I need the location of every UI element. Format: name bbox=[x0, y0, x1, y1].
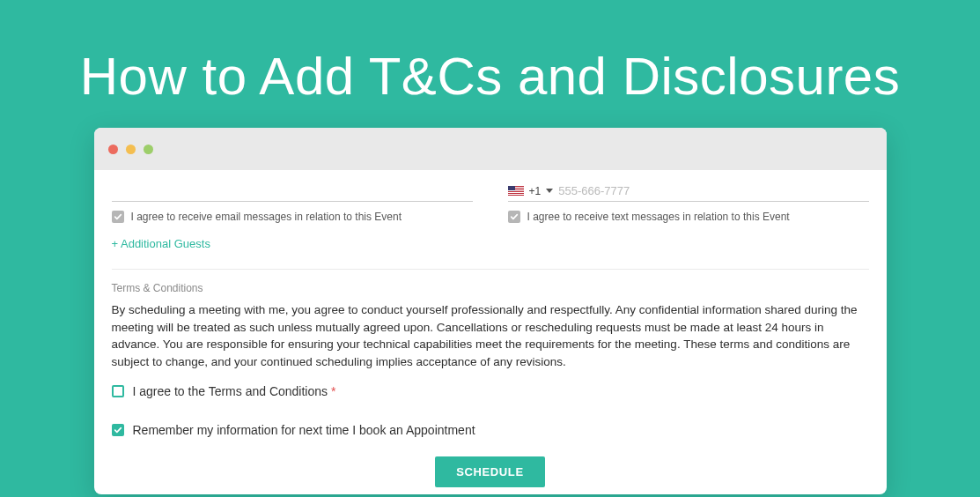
additional-guests-link[interactable]: + Additional Guests bbox=[112, 237, 210, 250]
divider bbox=[112, 269, 869, 270]
remember-label: Remember my information for next time I … bbox=[133, 423, 475, 437]
chevron-down-icon bbox=[546, 189, 553, 193]
check-icon bbox=[510, 212, 519, 221]
check-icon bbox=[114, 212, 122, 221]
remember-checkbox[interactable] bbox=[112, 424, 124, 436]
window-minimize-icon[interactable] bbox=[126, 145, 136, 154]
phone-field: +1 bbox=[508, 181, 869, 202]
check-icon bbox=[114, 426, 122, 434]
flag-us-icon bbox=[508, 186, 524, 197]
agree-terms-label: I agree to the Terms and Conditions bbox=[133, 384, 328, 398]
app-window: I agree to receive email messages in rel… bbox=[94, 128, 887, 494]
agree-terms-checkbox[interactable] bbox=[112, 385, 124, 397]
terms-body-text: By scheduling a meeting with me, you agr… bbox=[112, 301, 869, 370]
text-consent-label: I agree to receive text messages in rela… bbox=[527, 211, 790, 223]
page-title: How to Add T&Cs and Disclosures bbox=[0, 0, 980, 128]
schedule-button[interactable]: SCHEDULE bbox=[435, 456, 544, 487]
window-zoom-icon[interactable] bbox=[144, 145, 153, 154]
window-close-icon[interactable] bbox=[108, 145, 118, 154]
country-code-select[interactable]: +1 bbox=[508, 185, 554, 197]
window-titlebar bbox=[94, 128, 887, 170]
email-consent-checkbox[interactable] bbox=[112, 211, 124, 223]
phone-input[interactable] bbox=[558, 184, 868, 197]
required-marker: * bbox=[331, 384, 335, 398]
dial-code-label: +1 bbox=[529, 185, 542, 197]
text-consent-checkbox[interactable] bbox=[508, 211, 520, 223]
name-input[interactable] bbox=[112, 181, 473, 202]
email-consent-label: I agree to receive email messages in rel… bbox=[131, 211, 402, 223]
terms-section-label: Terms & Conditions bbox=[112, 282, 869, 294]
form-content: I agree to receive email messages in rel… bbox=[94, 170, 887, 494]
